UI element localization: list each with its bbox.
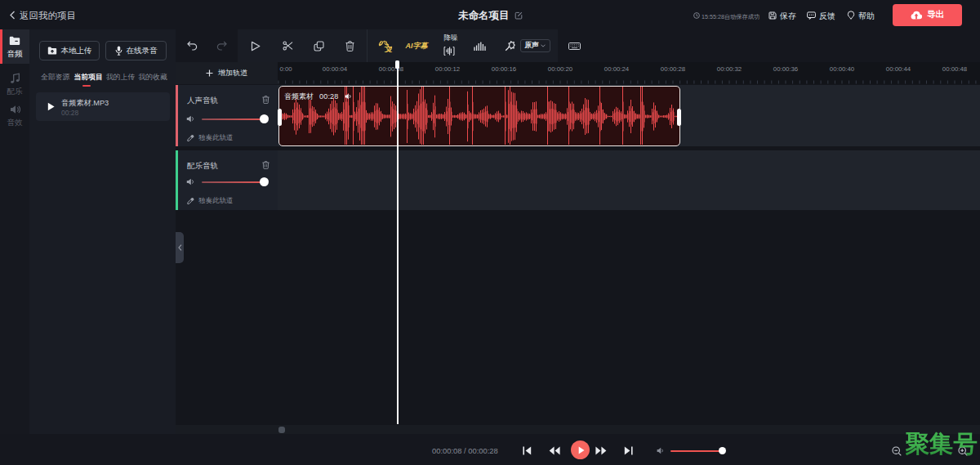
svg-text:文: 文 [384,44,392,52]
